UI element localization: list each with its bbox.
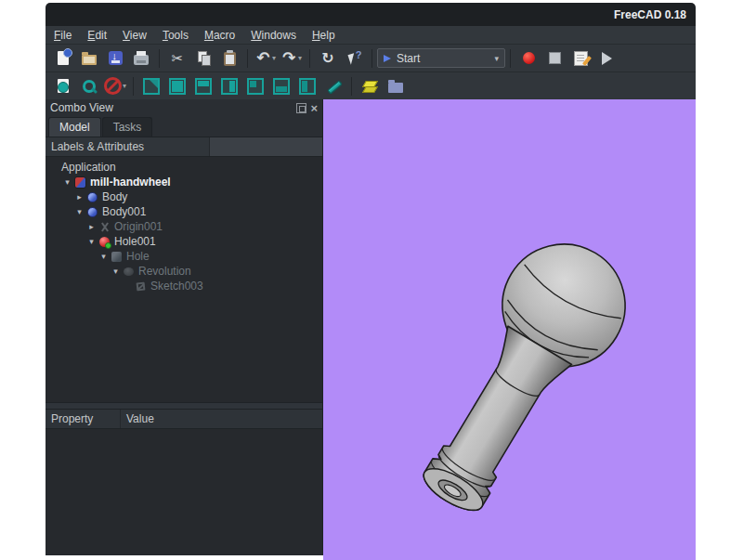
expander-open-icon[interactable]: ▾ (85, 237, 98, 246)
desktop: { "window": { "title": "FreeCAD 0.18" },… (0, 0, 743, 560)
tree-item-revolution[interactable]: ▾Revolution (46, 264, 322, 279)
save-button[interactable] (102, 46, 128, 71)
paste-icon (224, 52, 236, 66)
view-bottom-button[interactable] (268, 74, 294, 98)
draw-style-icon (104, 77, 122, 95)
3d-viewport[interactable] (323, 99, 696, 560)
expander-open-icon[interactable]: ▾ (98, 252, 110, 261)
float-panel-icon[interactable] (296, 103, 306, 113)
menu-item-edit[interactable]: Edit (87, 29, 107, 42)
tree-item-application[interactable]: Application (46, 160, 322, 175)
menu-item-help[interactable]: Help (312, 29, 335, 42)
tree-item-mill-handwheel[interactable]: ▾mill-handwheel (46, 175, 322, 189)
freecad-doc-icon (74, 176, 86, 189)
macro-record-button[interactable] (515, 46, 541, 71)
view-rear-button[interactable] (242, 74, 268, 98)
view-right-icon (221, 78, 238, 95)
menu-item-view[interactable]: View (123, 29, 147, 42)
open-folder-blue-button[interactable] (383, 74, 409, 98)
macro-stop-button[interactable] (541, 46, 567, 71)
measure-distance-icon (326, 79, 342, 94)
tree-item-sketch003[interactable]: Sketch003 (46, 279, 322, 293)
expander-closed-icon[interactable]: ▸ (73, 192, 85, 202)
combo-view-tabs: ModelTasks (46, 116, 322, 137)
paste-button[interactable] (216, 46, 242, 71)
menu-item-macro[interactable]: Macro (204, 29, 235, 42)
view-top-button[interactable] (190, 74, 216, 98)
panel-splitter[interactable] (46, 402, 322, 410)
macro-edit-icon (574, 51, 588, 66)
view-front-button[interactable] (164, 74, 190, 98)
tree-column-header[interactable]: Labels & Attributes (46, 137, 322, 157)
whats-this-button[interactable] (341, 46, 367, 71)
print-button[interactable] (128, 46, 154, 71)
tab-model[interactable]: Model (48, 117, 101, 137)
tree-item-label: Hole (126, 250, 150, 263)
new-document-button[interactable] (50, 46, 76, 71)
chevron-down-icon: ▾ (123, 82, 126, 90)
expander-closed-icon[interactable]: ▸ (85, 222, 98, 231)
view-left-icon (299, 78, 316, 95)
macro-edit-button[interactable] (567, 46, 593, 71)
hole-feature-icon (98, 236, 111, 248)
macro-stop-icon (549, 52, 561, 64)
freecad-window: FreeCAD 0.18 FileEditViewToolsMacroWindo… (46, 3, 696, 560)
toolbar-row-1: ▾▾Start▾ (46, 44, 696, 72)
open-folder-button[interactable] (76, 46, 102, 71)
property-column-property[interactable]: Property (46, 410, 121, 428)
workbench-layers-icon (363, 80, 377, 93)
workbench-layers-button[interactable] (357, 74, 383, 98)
refresh-button[interactable] (315, 46, 341, 71)
toolbar-separator (159, 49, 160, 68)
tree-item-origin001[interactable]: ▸Origin001 (46, 219, 322, 234)
save-icon (109, 51, 123, 65)
title-bar[interactable]: FreeCAD 0.18 (46, 3, 696, 26)
chevron-down-icon: ▾ (272, 54, 276, 62)
new-document-icon (58, 51, 69, 65)
menu-item-file[interactable]: File (54, 29, 72, 42)
combo-view-title: Combo View (50, 101, 113, 114)
tree-item-hole[interactable]: ▾Hole (46, 249, 322, 264)
menu-item-tools[interactable]: Tools (163, 29, 189, 42)
redo-icon (281, 51, 297, 66)
tab-tasks[interactable]: Tasks (102, 117, 153, 137)
expander-open-icon[interactable]: ▾ (73, 207, 85, 216)
whats-this-icon (346, 51, 362, 66)
fit-all-icon (58, 79, 69, 93)
window-title: FreeCAD 0.18 (614, 8, 686, 21)
measure-distance-button[interactable] (320, 74, 346, 98)
property-table-body[interactable] (46, 429, 322, 555)
tree-item-body001[interactable]: ▾Body001 (46, 204, 322, 219)
undo-button[interactable]: ▾ (253, 46, 279, 71)
tree-item-label: Revolution (138, 265, 191, 278)
close-panel-icon[interactable]: × (310, 104, 318, 112)
view-left-button[interactable] (294, 74, 320, 98)
3d-view-canvas[interactable] (323, 99, 696, 560)
origin-icon (98, 221, 111, 233)
draw-style-button[interactable]: ▾ (102, 74, 128, 98)
redo-button[interactable]: ▾ (279, 46, 305, 71)
tree-header-label: Labels & Attributes (46, 137, 209, 156)
tree-item-hole001[interactable]: ▾Hole001 (46, 234, 322, 249)
fit-all-button[interactable] (50, 74, 76, 98)
fit-selection-button[interactable] (76, 74, 102, 98)
copy-button[interactable] (190, 46, 216, 71)
property-column-value[interactable]: Value (121, 410, 154, 428)
chevron-down-icon: ▾ (494, 54, 499, 63)
sketch-icon (135, 280, 147, 293)
view-right-button[interactable] (216, 74, 242, 98)
macro-play-button[interactable] (593, 46, 619, 71)
view-isometric-button[interactable] (138, 74, 164, 98)
cut-button[interactable] (164, 46, 190, 71)
menu-bar: FileEditViewToolsMacroWindowsHelp (46, 26, 696, 44)
view-front-icon (169, 78, 186, 95)
workbench-selector[interactable]: Start▾ (377, 48, 505, 68)
tree-item-body[interactable]: ▸Body (46, 189, 322, 204)
menu-item-windows[interactable]: Windows (251, 29, 296, 42)
expander-open-icon[interactable]: ▾ (61, 177, 73, 187)
combo-view-header: Combo View × (46, 99, 322, 116)
cut-icon (170, 51, 185, 66)
toolbar-separator (247, 49, 248, 68)
toolbar-separator (510, 49, 511, 68)
expander-open-icon[interactable]: ▾ (110, 267, 122, 276)
